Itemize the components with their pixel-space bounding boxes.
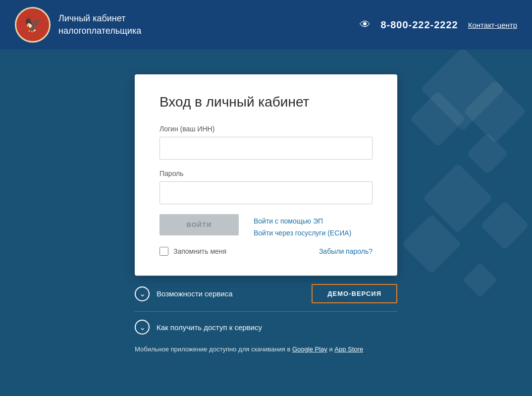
app-store-link[interactable]: App Store — [334, 345, 363, 353]
main-content: Вход в личный кабинет Логин (ваш ИНН) Па… — [0, 50, 532, 353]
login-input[interactable] — [160, 137, 372, 160]
demo-button[interactable]: ДЕМО-ВЕРСИЯ — [312, 284, 397, 303]
logo: 🦅 — [15, 7, 51, 43]
header-title-line1: Личный кабинет — [58, 12, 141, 25]
password-input[interactable] — [160, 181, 372, 204]
ep-login-link[interactable]: Войти с помощью ЭП — [254, 217, 351, 225]
bottom-section: ⌄ Возможности сервиса ДЕМО-ВЕРСИЯ ⌄ Как … — [135, 276, 397, 342]
accordion-label-1: Возможности сервиса — [157, 289, 233, 298]
password-field-group: Пароль — [160, 170, 372, 204]
remember-left: Запомнить меня — [160, 247, 226, 256]
chevron-down-icon-1: ⌄ — [139, 289, 146, 298]
accordion-icon-1: ⌄ — [135, 286, 150, 301]
login-field-group: Логин (ваш ИНН) — [160, 125, 372, 160]
alt-links: Войти с помощью ЭП Войти через госуслуги… — [254, 214, 351, 237]
header-left: 🦅 Личный кабинет налогоплательщика — [15, 7, 141, 43]
header: 🦅 Личный кабинет налогоплательщика 👁 8-8… — [0, 0, 532, 50]
esia-login-link[interactable]: Войти через госуслуги (ЕСИА) — [254, 229, 351, 237]
header-right: 👁 8-800-222-2222 Контакт-центр — [360, 18, 517, 31]
header-title-line2: налогоплательщика — [58, 25, 141, 37]
accordion-icon-2: ⌄ — [135, 320, 150, 335]
login-title: Вход в личный кабинет — [160, 94, 372, 110]
footer-text: Мобильное приложение доступно для скачив… — [135, 345, 397, 353]
contact-center-link[interactable]: Контакт-центр — [468, 21, 517, 29]
accordion-row-1: ⌄ Возможности сервиса ДЕМО-ВЕРСИЯ — [135, 284, 397, 303]
remember-row: Запомнить меня Забыли пароль? — [160, 247, 372, 256]
google-play-link[interactable]: Google Play — [292, 345, 327, 353]
login-button[interactable]: ВОЙТИ — [160, 214, 239, 235]
phone-number: 8-800-222-2222 — [380, 19, 458, 31]
login-card: Вход в личный кабинет Логин (ваш ИНН) Па… — [135, 74, 397, 276]
remember-label: Запомнить меня — [173, 247, 226, 255]
logo-icon: 🦅 — [24, 17, 42, 33]
form-actions: ВОЙТИ Войти с помощью ЭП Войти через гос… — [160, 214, 372, 237]
remember-checkbox[interactable] — [160, 247, 168, 256]
accordion-label-2: Как получить доступ к сервису — [157, 323, 262, 332]
accordion-item-2[interactable]: ⌄ Как получить доступ к сервису — [135, 311, 397, 342]
login-label: Логин (ваш ИНН) — [160, 125, 372, 133]
footer-static-text: Мобильное приложение доступно для скачив… — [135, 345, 290, 353]
password-label: Пароль — [160, 170, 372, 177]
forgot-password-link[interactable]: Забыли пароль? — [319, 247, 372, 255]
footer-conjunction-text: и — [329, 345, 332, 353]
eye-icon[interactable]: 👁 — [360, 18, 371, 31]
chevron-down-icon-2: ⌄ — [139, 323, 146, 332]
accordion-item-1[interactable]: ⌄ Возможности сервиса ДЕМО-ВЕРСИЯ — [135, 276, 397, 311]
header-title: Личный кабинет налогоплательщика — [58, 12, 141, 37]
